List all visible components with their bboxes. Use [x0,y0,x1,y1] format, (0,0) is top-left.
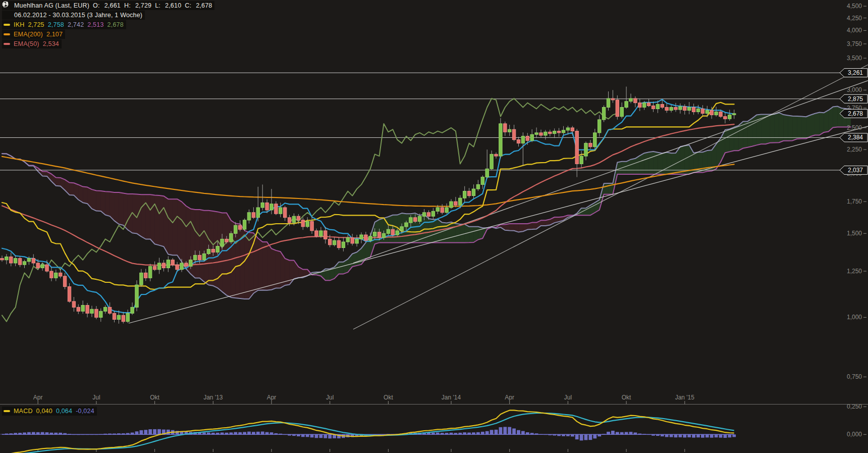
y-axis-label: 3,000 [847,86,862,93]
ema50-value: 2,534 [43,40,59,47]
svg-text:2,678: 2,678 [848,110,863,117]
chart-root: 4,5004,2504,0003,7503,5003,0002,7502,500… [0,0,868,453]
ema200-dash-icon [4,33,10,35]
period-text: 06.02.2012 - 30.03.2015 (3 Jahre, 1 Woch… [14,12,142,19]
x-axis-label: Jan '14 [442,394,461,401]
svg-text:2,384: 2,384 [848,134,863,141]
price-level-tag: 2,875 [840,94,867,103]
y-axis-label: 3,750 [847,40,862,47]
ohlc-high-value: 2,729 [135,2,151,9]
ema200-label: EMA(200) [14,31,43,38]
macd-axis-label: 0,250 [847,403,862,410]
ohlc-close-value: 2,678 [196,2,212,9]
x-axis-label: Apr [505,394,514,401]
macd-dash-icon [4,410,10,412]
ohlc-open-value: 2,661 [104,2,121,9]
macd-legend-row[interactable]: MACD 0,040 0,064 -0,024 [2,407,97,416]
x-axis-label: Jan '15 [675,394,695,401]
macd-signal-value: 0,064 [56,408,72,415]
x-axis-label: Jul [326,394,334,401]
y-axis-label: 1,500 [847,230,862,237]
x-axis-label: Apr [267,394,277,401]
macd-value: 0,040 [36,408,52,415]
ohlc-low-value: 2,610 [165,2,181,9]
svg-text:2,875: 2,875 [848,95,863,103]
ikh-senkou-b-value: 2,513 [87,21,103,28]
ikh-senkou-a-value: 2,742 [68,21,84,28]
current-price-tag: 2,678 [840,109,867,118]
y-axis-label: 3,500 [847,55,862,62]
ema200-value: 2,107 [46,31,63,38]
macd-axis-label: 0,000 [847,431,862,438]
y-axis-label: 2,250 [847,146,862,153]
x-axis-label: Jul [564,394,572,401]
price-chart[interactable]: 4,5004,2504,0003,7503,5003,0002,7502,500… [0,0,868,453]
x-axis-label: Okt [622,394,631,401]
x-axis-label: Apr [33,394,43,401]
y-axis-label: 1,750 [847,198,862,205]
ikh-legend-row[interactable]: IKH 2,725 2,758 2,742 2,513 2,678 [2,20,126,29]
period-row[interactable]: 06.02.2012 - 30.03.2015 (3 Jahre, 1 Woch… [2,11,145,20]
instrument-row[interactable]: Muehlhan AG (Last, EUR) O:2,661 H:2,729 … [2,1,214,10]
x-axis-label: Okt [384,394,393,401]
ema50-legend-row[interactable]: EMA(50) 2,534 [2,39,62,48]
ema50-dash-icon [4,43,10,45]
instrument-title: Muehlhan AG (Last, EUR) [14,2,89,9]
y-axis-label: 0,750 [847,373,862,380]
price-level-tag: 3,261 [840,69,867,77]
macd-label: MACD [14,408,33,415]
ohlc-low-label: L: [155,2,160,9]
ohlc-open-label: O: [93,2,100,9]
clock-icon [4,12,11,19]
y-axis-label: 1,250 [847,268,862,275]
ohlc-close-label: C: [185,2,191,9]
main-legend: Muehlhan AG (Last, EUR) O:2,661 H:2,729 … [2,1,214,48]
ikh-dash-icon [4,24,10,26]
macd-legend: MACD 0,040 0,064 -0,024 [2,407,97,416]
ikh-kijun-value: 2,725 [28,21,44,28]
ohlc-high-label: H: [124,2,131,9]
price-level-tag: 2,037 [840,166,867,174]
y-axis-label: 4,500 [847,3,862,10]
y-axis-label: 4,250 [847,15,862,22]
y-axis-label: 4,000 [847,27,862,34]
macd-hist-value: -0,024 [76,408,94,415]
x-axis-label: Jul [92,394,100,401]
ikh-label: IKH [14,21,24,28]
ema200-legend-row[interactable]: EMA(200) 2,107 [2,30,65,39]
ikh-chikou-value: 2,678 [107,21,124,28]
svg-text:2,037: 2,037 [848,167,863,174]
svg-text:3,261: 3,261 [848,69,863,76]
y-axis-label: 2,500 [847,124,862,131]
price-level-tag: 2,384 [840,133,867,142]
x-axis-label: Okt [150,394,159,401]
y-axis-label: 1,000 [847,314,862,321]
ema50-label: EMA(50) [14,40,39,47]
ikh-tenkan-value: 2,758 [48,21,64,28]
x-axis-label: Jan '13 [203,394,223,401]
